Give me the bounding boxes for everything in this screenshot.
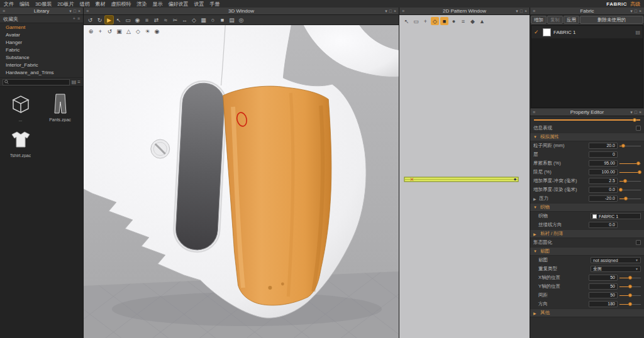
thumbnail-view-icon[interactable]: ▤ [72,79,77,85]
undo-icon[interactable]: ↺ [86,16,94,24]
fabric-ref-field[interactable]: FABRIC 1 [591,213,641,219]
perspective-icon[interactable]: ◇ [134,27,142,35]
show-garment-icon[interactable]: ■ [218,16,226,24]
rectangle-tool-icon[interactable]: ■ [440,17,448,25]
menu-item-11[interactable]: 手册 [209,1,219,8]
show-avatar-icon[interactable]: ○ [209,16,217,24]
grid-icon[interactable]: ▤ [228,16,236,24]
value-slider[interactable] [619,275,641,281]
light-icon[interactable]: ☀ [143,27,152,35]
value-input[interactable]: -20.0 [589,195,618,202]
library-item-hanger[interactable]: Hanger [0,39,83,46]
menu-item-3[interactable]: 2D板片 [57,1,74,8]
edit-pattern-tool-icon[interactable]: ▭ [412,17,420,25]
property-section[interactable]: ▶其他 [530,308,644,317]
fabric-detail-icon[interactable]: ▤ [635,30,640,35]
value-slider[interactable] [619,160,641,166]
scissors-tool-icon[interactable]: ✂ [171,16,179,24]
maximize-icon[interactable]: □ [74,8,76,15]
library-item-garment[interactable]: Garment [0,24,83,31]
box-select-tool-icon[interactable]: ▭ [124,16,132,24]
undock-icon[interactable]: ▾ [385,8,387,15]
value-input[interactable]: 0.0 [589,222,618,228]
3d-viewport[interactable]: ⊕+↺▣△◇☀◉ [84,25,399,338]
flatten-tool-icon[interactable]: ◇ [190,16,198,24]
dropdown[interactable]: 全面▼ [591,266,641,272]
value-slider[interactable] [619,178,641,184]
segment-sewing-tool-icon[interactable]: ⇄ [152,16,160,24]
menu-item-7[interactable]: 渲染 [136,1,147,8]
free-sewing-tool-icon[interactable]: ≈ [162,16,170,24]
value-input[interactable]: 50 [589,283,618,290]
texture-tool-icon[interactable]: ▦ [199,16,208,24]
checkbox[interactable] [636,240,641,245]
menu-item-5[interactable]: 素材 [95,1,105,8]
undock-icon[interactable]: ▾ [69,8,72,15]
redo-icon[interactable]: ↻ [96,16,104,24]
3d-scene[interactable] [84,25,399,338]
menu-item-9[interactable]: 偏好设置 [168,1,188,8]
fabric-action-button-2[interactable]: 应用 [564,16,579,24]
undock-icon[interactable]: ▾ [630,8,633,15]
2d-scene[interactable] [399,15,530,338]
value-slider[interactable] [619,301,641,307]
undock-icon[interactable]: ▾ [630,109,633,116]
panel-menu-icon[interactable]: ≡ [3,8,5,15]
polygon-tool-icon[interactable]: ◇ [431,17,439,25]
value-slider[interactable] [619,195,641,202]
internal-line-tool-icon[interactable]: ≡ [459,17,467,25]
panel-menu-icon[interactable]: ≡ [533,109,535,116]
panel-menu-icon[interactable]: ≡ [86,8,89,15]
value-slider[interactable] [619,292,641,298]
fabric-list-item[interactable]: ✓FABRIC 1▤ [531,26,643,38]
panel-menu-icon[interactable]: ≡ [402,8,404,15]
property-section[interactable]: ▶粘衬 / 削薄 [530,229,644,238]
value-input[interactable]: 50 [589,292,618,298]
panel-top-slider[interactable] [530,116,644,124]
close-icon[interactable]: × [525,8,527,15]
undock-icon[interactable]: ▾ [516,8,518,15]
rotate-view-icon[interactable]: ↺ [106,27,114,35]
value-slider[interactable] [619,143,641,149]
notch-tool-icon[interactable]: ▲ [478,17,486,25]
library-item-substance[interactable]: Substance [0,54,83,62]
search-box[interactable] [3,79,70,85]
value-input[interactable]: 2.5 [589,178,618,184]
measure-tool-icon[interactable]: ↔ [180,16,189,24]
panel-menu-icon[interactable]: ≡ [533,8,535,15]
value-slider[interactable] [619,169,641,175]
fabric-action-button-1[interactable]: 复制 [547,16,563,24]
maximize-icon[interactable]: □ [635,109,637,116]
value-slider[interactable] [619,283,641,290]
search-input[interactable] [10,80,68,85]
value-input[interactable]: 180 [589,301,618,307]
menu-item-10[interactable]: 设置 [194,1,204,8]
dropdown[interactable]: not assigned▼ [591,257,641,263]
pattern-end-point[interactable] [514,178,516,180]
add-favorite-icon[interactable]: + [73,15,75,23]
pattern-strip[interactable] [404,177,518,182]
fit-view-icon[interactable]: ▣ [115,27,123,35]
zoom-icon[interactable]: ⊕ [87,27,95,35]
dart-tool-icon[interactable]: ◆ [469,17,477,25]
chevron-right-icon[interactable]: ▶ [533,197,537,201]
library-item-fabric[interactable]: Fabric [0,46,83,54]
value-input[interactable]: 95.00 [589,160,618,166]
circle-tool-icon[interactable]: ● [450,17,458,25]
close-icon[interactable]: × [394,8,396,15]
library-thumbnail[interactable]: Tshirt.zpac [1,125,40,160]
simulate-icon[interactable]: ▶ [105,16,113,24]
sewing-tool-icon[interactable]: ≡ [143,16,151,24]
mode-advanced-button[interactable]: 高级 [630,1,640,8]
library-item-interior_fabric[interactable]: Interior_Fabric [0,62,83,69]
list-view-icon[interactable]: ≡ [77,79,80,85]
front-view-icon[interactable]: △ [125,27,133,35]
menu-item-8[interactable]: 显示 [152,1,162,8]
value-input[interactable]: 0.0 [589,187,618,193]
value-input[interactable]: 0 [589,151,618,158]
library-item-avatar[interactable]: Avatar [0,31,83,39]
menu-item-1[interactable]: 编辑 [19,1,30,8]
fabric-action-button-0[interactable]: 增加 [531,16,547,24]
transform-tool-icon[interactable]: ↖ [402,17,411,25]
maximize-icon[interactable]: □ [520,8,523,15]
